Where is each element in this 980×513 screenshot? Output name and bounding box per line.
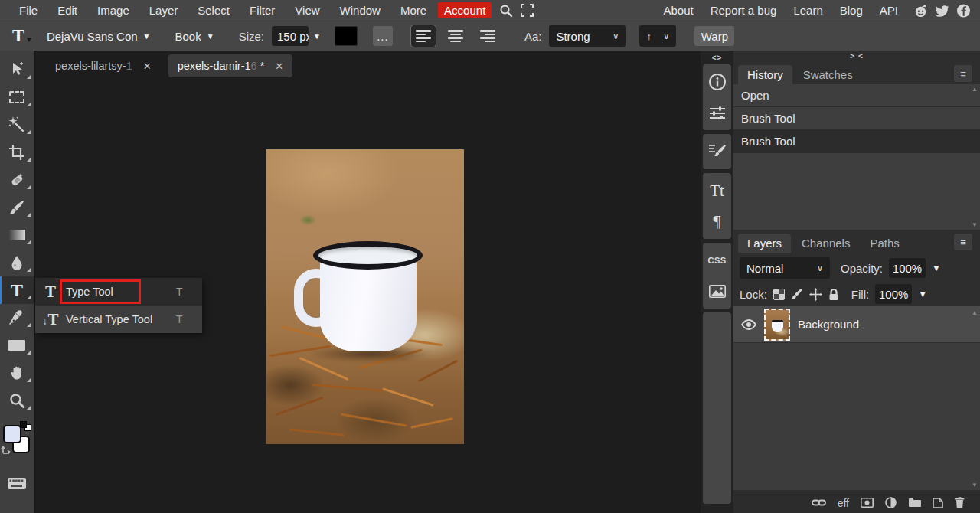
new-group-icon[interactable] [908, 498, 921, 508]
document-tab-2[interactable]: pexels-damir-16 * ✕ [168, 54, 293, 77]
antialias-select[interactable]: Strong ∨ [549, 25, 626, 47]
opacity-dropdown-icon[interactable]: ▼ [932, 263, 941, 273]
tab-channels[interactable]: Channels [792, 234, 859, 253]
align-right-button[interactable] [475, 25, 500, 47]
zoom-tool[interactable] [0, 387, 34, 414]
blur-tool[interactable] [0, 249, 34, 276]
popup-item-vertical-type-tool[interactable]: ↓T Vertical Type Tool T [35, 306, 202, 333]
history-entry-brush-2[interactable]: Brush Tool [733, 130, 980, 153]
menubar: File Edit Image Layer Select Filter View… [0, 0, 980, 21]
hand-tool[interactable] [0, 359, 34, 387]
tab-paths[interactable]: Paths [861, 234, 908, 253]
font-size-input[interactable]: 150 px [272, 26, 309, 46]
document-image[interactable] [266, 149, 464, 444]
type-tool[interactable]: T [0, 276, 34, 304]
image-panel-icon[interactable] [703, 277, 731, 305]
menu-api[interactable]: API [871, 2, 906, 18]
layer-mask-icon[interactable] [861, 498, 874, 508]
pen-tool[interactable] [0, 304, 34, 332]
panel-menu-icon[interactable]: ≡ [954, 65, 972, 82]
tab-swatches[interactable]: Swatches [794, 65, 862, 84]
text-color-swatch[interactable] [335, 26, 358, 46]
healing-brush-tool[interactable] [0, 166, 34, 194]
font-family-select[interactable]: DejaVu Sans Con ▼ [44, 28, 154, 45]
blend-mode-select[interactable]: Normal ∨ [740, 257, 830, 279]
close-icon[interactable]: ✕ [143, 60, 152, 72]
lock-paint-icon[interactable] [791, 288, 803, 300]
css-panel-icon[interactable]: CSS [703, 247, 731, 274]
tab-layers[interactable]: Layers [738, 234, 791, 253]
menu-view[interactable]: View [285, 2, 329, 18]
layer-thumbnail[interactable] [764, 309, 790, 341]
twitter-icon[interactable] [935, 3, 949, 18]
type-tool-dropdown-icon[interactable]: ▼ [25, 35, 33, 44]
menu-blog[interactable]: Blog [831, 2, 871, 18]
document-tab-1[interactable]: pexels-lilartsy-1 ✕ [46, 54, 161, 77]
warp-button[interactable]: Warp [694, 26, 734, 46]
antialias-label: Aa: [524, 30, 542, 43]
opacity-label: Opacity: [841, 262, 883, 275]
reddit-icon[interactable] [913, 3, 928, 18]
layer-row-background[interactable]: Background [733, 306, 980, 343]
fill-input[interactable]: 100% [875, 284, 912, 304]
new-layer-icon[interactable] [933, 498, 943, 508]
paragraph-panel-icon[interactable]: ¶ [703, 207, 731, 235]
menu-edit[interactable]: Edit [47, 2, 87, 18]
opacity-input[interactable]: 100% [889, 258, 926, 278]
tab-history[interactable]: History [738, 65, 792, 84]
collapse-column-icon[interactable]: <> [712, 51, 723, 64]
menu-file[interactable]: File [9, 2, 47, 18]
layer-name[interactable]: Background [798, 318, 859, 331]
collapse-panels-icon[interactable]: > < [733, 52, 980, 60]
move-tool[interactable] [0, 56, 34, 83]
info-panel-icon[interactable] [703, 68, 731, 96]
history-entry-open[interactable]: Open [733, 84, 980, 107]
font-style-select[interactable]: Book ▼ [172, 28, 217, 45]
menu-more[interactable]: More [390, 2, 436, 18]
align-left-button[interactable] [411, 25, 436, 47]
brush-settings-panel-icon[interactable] [703, 138, 731, 165]
facebook-icon[interactable] [956, 3, 971, 18]
adjustments-panel-icon[interactable] [703, 99, 731, 126]
lock-transparency-icon[interactable] [773, 289, 785, 300]
delete-layer-icon[interactable] [955, 497, 965, 508]
search-icon[interactable] [499, 4, 513, 18]
menu-filter[interactable]: Filter [240, 2, 285, 18]
layer-effects-icon[interactable]: eff [838, 497, 849, 509]
foreground-color-swatch[interactable] [3, 425, 21, 443]
gradient-tool[interactable] [0, 221, 34, 249]
keyboard-shortcuts-icon[interactable] [0, 469, 34, 497]
adjustment-layer-icon[interactable] [885, 497, 897, 508]
fullscreen-icon[interactable] [521, 4, 534, 17]
history-scrollbar[interactable]: ▲ ▼ [970, 86, 979, 228]
account-button[interactable]: Account [438, 2, 492, 18]
menu-layer[interactable]: Layer [139, 2, 188, 18]
panel-menu-icon[interactable]: ≡ [954, 234, 972, 250]
swap-colors-icon[interactable] [1, 445, 11, 455]
close-icon[interactable]: ✕ [275, 60, 283, 72]
crop-tool[interactable] [0, 139, 34, 166]
rectangle-tool[interactable] [0, 332, 34, 359]
layers-scrollbar[interactable]: ▲ ▼ [970, 309, 979, 488]
orientation-select[interactable]: ↑ ∨ [639, 25, 676, 47]
menu-about[interactable]: About [655, 2, 701, 18]
menu-select[interactable]: Select [188, 2, 240, 18]
menu-window[interactable]: Window [330, 2, 390, 18]
fill-dropdown-icon[interactable]: ▼ [918, 289, 927, 299]
brush-tool[interactable] [0, 194, 34, 221]
menu-image[interactable]: Image [87, 2, 139, 18]
lock-all-icon[interactable] [828, 288, 839, 301]
size-dropdown-icon[interactable]: ▼ [313, 32, 321, 41]
more-options-button[interactable]: ... [373, 26, 393, 46]
history-entry-brush-1[interactable]: Brush Tool [733, 107, 980, 130]
rectangle-select-tool[interactable] [0, 83, 34, 111]
menu-learn[interactable]: Learn [785, 2, 831, 18]
menu-report-a-bug[interactable]: Report a bug [702, 2, 786, 18]
magic-wand-tool[interactable] [0, 111, 34, 139]
visibility-eye-icon[interactable] [741, 319, 756, 330]
lock-position-icon[interactable] [809, 288, 822, 301]
align-center-button[interactable] [443, 25, 468, 47]
link-layers-icon[interactable] [812, 498, 826, 507]
default-foreground-swatch[interactable] [20, 421, 27, 428]
character-panel-icon[interactable]: Tt [703, 177, 731, 204]
